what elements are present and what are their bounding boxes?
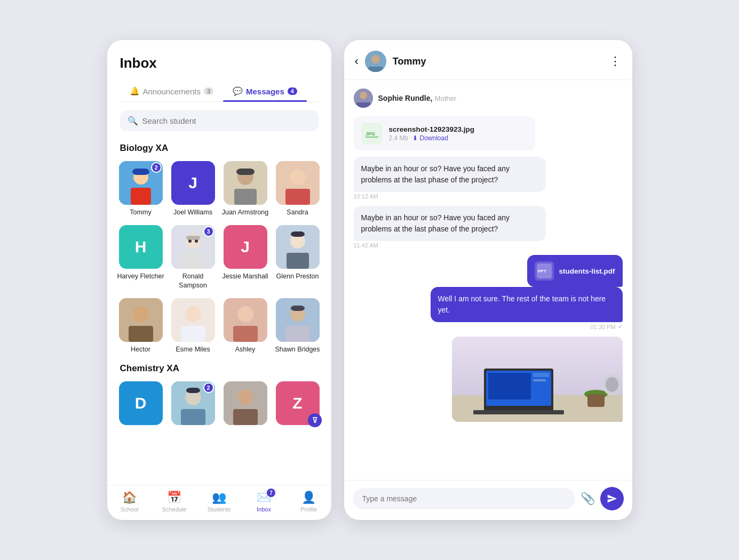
svg-rect-26: [181, 326, 205, 342]
student-harvey[interactable]: H Harvey Fletcher: [116, 223, 166, 292]
chat-name: Tommy: [393, 56, 603, 67]
student-joel[interactable]: J Joel Williams: [168, 159, 218, 219]
student-jessie[interactable]: J Jessie Marshall: [220, 223, 271, 292]
svg-rect-13: [182, 253, 204, 269]
svg-point-25: [185, 306, 201, 322]
svg-rect-10: [285, 189, 310, 205]
nav-school[interactable]: 🏠 School: [107, 491, 152, 513]
avatar-chem3: [224, 381, 267, 425]
svg-rect-33: [291, 306, 305, 311]
search-input[interactable]: [142, 116, 311, 125]
unread-badge-tommy: 2: [151, 162, 162, 173]
avatar-esme: [171, 298, 215, 342]
more-options-button[interactable]: ⋮: [609, 54, 622, 68]
biology-grid: 2 Tommy J Joel Wi: [116, 159, 323, 356]
file-attachment: JPG screenshot-12923923.jpg 2.4 Mb ⬇ Dow…: [354, 116, 535, 150]
sender-name: Sophie Rundle,: [378, 94, 433, 102]
received-msg-1: Maybe in an hour or so? Have you faced a…: [354, 157, 623, 199]
svg-rect-49: [365, 137, 378, 138]
search-bar[interactable]: 🔍: [120, 110, 319, 131]
student-name-tommy: Tommy: [130, 208, 151, 217]
svg-rect-63: [533, 379, 546, 381]
avatar-sandra: [276, 161, 320, 205]
nav-schedule-label: Schedule: [162, 506, 187, 513]
sender-role: Mother: [435, 94, 456, 102]
svg-rect-23: [129, 326, 153, 342]
svg-rect-29: [233, 326, 258, 342]
student-chem-z[interactable]: Z ⊽: [273, 379, 323, 430]
chemistry-grid: D 2: [116, 379, 323, 430]
right-panel: ‹ Tommy ⋮ Sophie Rundle, Mother: [344, 40, 632, 520]
send-button[interactable]: [600, 487, 624, 510]
svg-rect-61: [488, 373, 531, 399]
chat-avatar: [365, 51, 386, 72]
nav-inbox[interactable]: ✉️ 7 Inbox: [242, 491, 287, 513]
bell-icon: 🔔: [130, 86, 140, 96]
pdf-file-icon: PPT: [535, 261, 554, 281]
svg-rect-46: [356, 102, 371, 108]
msg-time-2: 11:42 AM: [354, 242, 623, 249]
nav-profile[interactable]: 👤 Profile: [287, 491, 331, 513]
svg-point-39: [237, 389, 253, 405]
student-tommy[interactable]: 2 Tommy: [116, 159, 166, 219]
check-icon: ✓: [618, 323, 623, 330]
avatar-chem-d: D: [119, 381, 163, 425]
student-hector[interactable]: Hector: [116, 296, 166, 356]
svg-rect-3: [132, 169, 149, 175]
student-chem2[interactable]: 2: [168, 379, 218, 430]
svg-text:JPG: JPG: [365, 131, 375, 137]
avatar-ashley: [224, 298, 267, 342]
students-icon: 👥: [212, 491, 226, 505]
avatar-glenn: [276, 225, 320, 269]
msg-bubble-1: Maybe in an hour or so? Have you faced a…: [354, 157, 546, 192]
messages-badge: 4: [288, 87, 297, 95]
avatar-chem-z: Z ⊽: [276, 381, 320, 425]
student-esme[interactable]: Esme Miles: [168, 296, 218, 356]
nav-schedule[interactable]: 📅 Schedule: [152, 491, 197, 513]
student-name-harvey: Harvey Fletcher: [117, 272, 164, 281]
students-scroll: Biology XA 2 Tommy: [107, 135, 331, 485]
student-sandra[interactable]: Sandra: [273, 159, 323, 219]
download-button[interactable]: ⬇ Download: [412, 134, 448, 142]
sender-row: Sophie Rundle, Mother: [354, 89, 623, 108]
message-icon: 💬: [233, 86, 243, 96]
search-icon: 🔍: [128, 116, 138, 126]
avatar-shawn: [276, 298, 320, 342]
student-name-ronald: Ronald Sampson: [169, 272, 217, 290]
student-glenn[interactable]: Glenn Preston: [273, 223, 323, 292]
back-button[interactable]: ‹: [355, 54, 359, 68]
student-juan[interactable]: Juan Armstrong: [220, 159, 271, 219]
tab-messages[interactable]: 💬 Messages 4: [223, 81, 307, 101]
svg-rect-32: [285, 326, 310, 342]
chat-input-bar: 📎: [344, 480, 632, 520]
sent-photo: [452, 337, 623, 422]
student-ronald[interactable]: 3 Ronald Sampson: [168, 223, 218, 292]
avatar-harvey: H: [119, 225, 163, 269]
tab-announcements[interactable]: 🔔 Announcements 3: [120, 81, 224, 101]
sender-avatar: [354, 89, 373, 108]
tabs: 🔔 Announcements 3 💬 Messages 4: [120, 81, 319, 102]
student-ashley[interactable]: Ashley: [220, 296, 271, 356]
class-label-chemistry: Chemistry XA: [120, 363, 319, 374]
message-input[interactable]: [353, 488, 575, 509]
nav-profile-label: Profile: [300, 506, 317, 513]
svg-rect-7: [236, 169, 255, 175]
nav-students[interactable]: 👥 Students: [197, 491, 242, 513]
svg-point-28: [237, 306, 253, 322]
svg-rect-62: [533, 373, 549, 377]
student-chem3[interactable]: [220, 379, 271, 430]
home-icon: 🏠: [122, 491, 137, 505]
profile-icon: 👤: [301, 491, 316, 505]
nav-inbox-label: Inbox: [257, 506, 271, 513]
sent-file-name: students-list.pdf: [559, 267, 615, 275]
svg-rect-19: [287, 253, 309, 269]
student-shawn[interactable]: Shawn Bridges: [273, 296, 323, 356]
svg-rect-20: [291, 231, 305, 237]
avatar-jessie: J: [224, 225, 267, 269]
student-name-joel: Joel Williams: [173, 208, 212, 217]
attach-button[interactable]: 📎: [581, 492, 595, 506]
avatar-juan: [224, 161, 267, 205]
sent-msg-1: PPT students-list.pdf Well I am not sure…: [431, 255, 623, 330]
svg-point-42: [371, 55, 380, 63]
student-chem-d[interactable]: D: [116, 379, 166, 430]
